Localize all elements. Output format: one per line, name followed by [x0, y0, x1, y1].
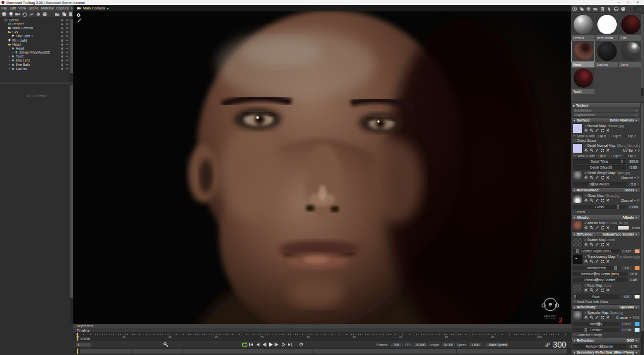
- slider-value[interactable]: 0.85: [627, 165, 640, 170]
- slider-value[interactable]: 20.0: [627, 272, 640, 276]
- slider-track[interactable]: Detail Tiling: [573, 159, 626, 164]
- section-secondary-reflection[interactable]: ▼Secondary Reflection:Blinn-Phong ▼: [571, 350, 641, 355]
- search-icon[interactable]: [590, 198, 593, 202]
- play-forward-button[interactable]: [280, 342, 286, 348]
- gear-icon[interactable]: [584, 198, 588, 202]
- menu-file[interactable]: File: [1, 6, 7, 10]
- checkbox-conserve-energy[interactable]: Conserve Energy: [573, 333, 640, 337]
- add-material-icon[interactable]: [42, 11, 48, 17]
- tree-row-eye-lens[interactable]: + Eye Lens: [0, 59, 73, 62]
- slider-track[interactable]: Translucency: [573, 266, 619, 270]
- clear-icon[interactable]: [606, 128, 610, 132]
- tree-row-render[interactable]: Render: [0, 22, 73, 26]
- keyframes-bar[interactable]: Keyframes: [73, 324, 571, 328]
- reload-icon[interactable]: [600, 128, 604, 132]
- search-icon[interactable]: [590, 176, 593, 179]
- material-defaultmat[interactable]: defaultMat: [595, 14, 618, 41]
- map-enabled-check[interactable]: ✓: [584, 255, 587, 258]
- clear-icon[interactable]: [606, 198, 610, 202]
- add-cube-icon[interactable]: [36, 11, 41, 17]
- eye-icon[interactable]: [65, 63, 69, 66]
- timeline-ruler[interactable]: 0:00:01 0s1s2s3s4s5s6s7s8s9s10s: [73, 333, 571, 341]
- viewport[interactable]: Main Camera ▼ MARMOSET TOOLBAG 3: [73, 5, 571, 324]
- slider-track[interactable]: Translucency Scatter: [573, 278, 626, 282]
- map-thumbnail[interactable]: [573, 254, 583, 264]
- lock-icon[interactable]: [60, 22, 64, 26]
- add-turntable-icon[interactable]: [22, 11, 27, 17]
- checkbox-scale-bias[interactable]: Scale & Bias: [573, 154, 594, 158]
- slider-value[interactable]: 0.571: [620, 322, 633, 326]
- gear-icon[interactable]: [584, 176, 588, 179]
- map-enabled-check[interactable]: ✓: [584, 124, 587, 127]
- add-light-icon[interactable]: [8, 11, 14, 17]
- reload-icon[interactable]: [600, 315, 604, 319]
- map-enabled-check[interactable]: ✓: [584, 311, 587, 314]
- checkbox-flip-z[interactable]: Flip Z: [625, 154, 640, 158]
- map-thumbnail[interactable]: [573, 283, 583, 293]
- color-swatch[interactable]: [634, 322, 640, 326]
- section-reflection[interactable]: ▼Reflection:GGX ▼: [571, 338, 641, 343]
- tree-row-scene[interactable]: - Scene: [0, 18, 73, 22]
- step-back-button[interactable]: [261, 342, 267, 348]
- search-icon[interactable]: [590, 148, 593, 152]
- timeline-bar[interactable]: Timeline: [73, 328, 571, 333]
- search-icon[interactable]: [590, 315, 593, 319]
- end-frame-field[interactable]: 300: [551, 342, 568, 347]
- slider-track[interactable]: Fresnel: [573, 328, 619, 332]
- search-icon[interactable]: [590, 242, 593, 246]
- sphere-a-icon[interactable]: [614, 6, 619, 11]
- reload-icon[interactable]: [600, 148, 604, 152]
- eye-icon[interactable]: [65, 51, 69, 54]
- lock-icon[interactable]: [60, 51, 64, 54]
- section-microsurface[interactable]: ▼Microsurface:Gloss ▼: [571, 187, 641, 193]
- slider-value[interactable]: 0.886: [627, 205, 640, 209]
- tree-row-zbrushpolymesh3d[interactable]: + ZBrushPolyMesh3D: [0, 51, 73, 55]
- lock-icon[interactable]: [60, 26, 64, 30]
- tree-row-main-camera[interactable]: Main Camera: [0, 26, 73, 30]
- clear-icon[interactable]: [606, 176, 610, 179]
- clear-icon[interactable]: [606, 148, 610, 152]
- reload-icon[interactable]: [600, 226, 604, 230]
- lock-icon[interactable]: [60, 55, 64, 58]
- checkbox-flip-x[interactable]: Flip X: [594, 134, 609, 138]
- new-material-icon[interactable]: [572, 6, 577, 11]
- slider-value[interactable]: 5.0: [627, 182, 640, 186]
- map-enabled-check[interactable]: ✓: [584, 238, 587, 241]
- gear-icon[interactable]: [584, 242, 588, 246]
- lock-icon[interactable]: [60, 39, 64, 42]
- duplicate-icon[interactable]: [61, 11, 67, 17]
- slider-value[interactable]: 1.0: [620, 266, 633, 270]
- slider-track[interactable]: Fuzz: [573, 295, 619, 299]
- reload-icon[interactable]: [600, 288, 604, 292]
- eye-icon[interactable]: [65, 67, 69, 70]
- field-fps[interactable]: 30.000: [414, 342, 428, 347]
- pencil-icon[interactable]: [595, 148, 599, 152]
- keyframe-track[interactable]: [73, 348, 571, 355]
- slider-value[interactable]: 0.219: [620, 328, 633, 332]
- lock-icon[interactable]: [60, 18, 64, 22]
- slider-track[interactable]: Detail Weight: [573, 182, 626, 186]
- eye-icon[interactable]: [65, 18, 69, 22]
- menu-material[interactable]: Material: [41, 6, 54, 10]
- color-swatch[interactable]: [634, 249, 640, 253]
- material-lens[interactable]: Lens: [619, 41, 642, 67]
- channel-select[interactable]: Channel ▼ R: [621, 176, 640, 179]
- eye-icon[interactable]: [65, 34, 69, 38]
- sphere-b-icon[interactable]: [621, 6, 626, 11]
- lock-icon[interactable]: [60, 63, 64, 66]
- pick-icon[interactable]: [607, 6, 612, 11]
- eye-icon[interactable]: [65, 26, 69, 30]
- reload-icon[interactable]: [600, 259, 604, 263]
- clear-icon[interactable]: [606, 242, 610, 246]
- scene-tree-scrollbar[interactable]: [70, 18, 73, 82]
- turntable-icon[interactable]: [299, 342, 304, 347]
- eye-icon[interactable]: [65, 22, 69, 26]
- lock-icon[interactable]: [60, 67, 64, 70]
- material-head[interactable]: Head: [572, 41, 594, 67]
- slider-value[interactable]: 0.45: [627, 278, 640, 282]
- pencil-icon[interactable]: [595, 242, 599, 246]
- gear-icon[interactable]: [584, 148, 588, 152]
- channel-select[interactable]: Channel ▼ R: [621, 199, 640, 202]
- minimize-button[interactable]: –: [618, 0, 620, 4]
- map-enabled-check[interactable]: ✓: [584, 171, 587, 175]
